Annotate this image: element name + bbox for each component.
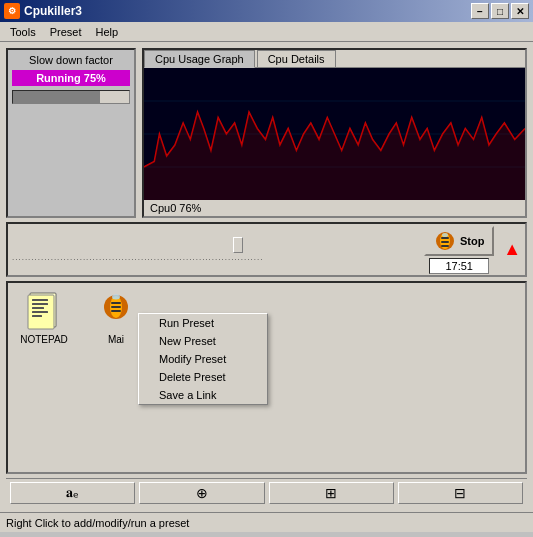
minimize-button[interactable]: − (471, 3, 489, 19)
percent-bar-fill (13, 91, 100, 103)
toolbar-icon-3: ⊞ (325, 485, 337, 501)
slider-dots: ········································… (12, 255, 413, 264)
notepad-icon-item[interactable]: NOTEPAD (16, 291, 72, 346)
svg-rect-9 (441, 245, 449, 247)
menu-bar: Tools Preset Help (0, 22, 533, 42)
menu-tools[interactable]: Tools (4, 24, 42, 40)
bottom-toolbar: 𝐚ₑ ⊕ ⊞ ⊟ (6, 478, 527, 506)
context-menu-delete-preset[interactable]: Delete Preset (139, 368, 267, 386)
status-bar: Right Click to add/modify/run a preset (0, 512, 533, 532)
context-menu-modify-preset[interactable]: Modify Preset (139, 350, 267, 368)
cpu-tabs: Cpu Usage Graph Cpu Details (144, 50, 525, 68)
svg-rect-20 (111, 302, 121, 304)
notepad-icon (24, 291, 64, 331)
menu-preset[interactable]: Preset (44, 24, 88, 40)
status-text: Right Click to add/modify/run a preset (6, 517, 189, 529)
svg-rect-16 (32, 311, 48, 313)
menu-help[interactable]: Help (89, 24, 124, 40)
context-menu-save-link[interactable]: Save a Link (139, 386, 267, 404)
toolbar-icon-1: 𝐚ₑ (66, 484, 79, 501)
cpu-graph (144, 68, 525, 200)
slider-section: ········································… (6, 222, 527, 277)
title-bar: ⚙ Cpukiller3 − □ ✕ (0, 0, 533, 22)
svg-rect-8 (441, 241, 449, 243)
slowdown-panel: Slow down factor Running 75% (6, 48, 136, 218)
svg-rect-21 (111, 306, 121, 308)
cpu-label: Cpu0 76% (144, 200, 525, 216)
running-bar: Running 75% (12, 70, 130, 86)
slider-thumb[interactable] (233, 237, 243, 253)
svg-rect-7 (441, 237, 449, 239)
maximize-button[interactable]: □ (491, 3, 509, 19)
top-section: Slow down factor Running 75% Cpu Usage G… (6, 48, 527, 218)
svg-rect-13 (32, 299, 48, 301)
stop-label: Stop (460, 235, 484, 247)
arrow-up-icon: ▲ (503, 239, 521, 260)
window-title: Cpukiller3 (24, 4, 82, 18)
svg-point-10 (442, 233, 448, 237)
main-content: Slow down factor Running 75% Cpu Usage G… (0, 42, 533, 512)
mai-label: Mai (106, 333, 126, 346)
title-controls: − □ ✕ (471, 3, 529, 19)
svg-rect-14 (32, 303, 48, 305)
svg-rect-17 (32, 315, 42, 317)
app-icon: ⚙ (4, 3, 20, 19)
toolbar-icon-2: ⊕ (196, 485, 208, 501)
tab-cpu-usage-graph[interactable]: Cpu Usage Graph (144, 50, 255, 68)
toolbar-btn-3[interactable]: ⊞ (269, 482, 394, 504)
stop-button[interactable]: Stop (424, 226, 494, 256)
svg-rect-22 (111, 310, 121, 312)
toolbar-btn-2[interactable]: ⊕ (139, 482, 264, 504)
tab-cpu-details[interactable]: Cpu Details (257, 50, 336, 67)
context-menu: Run Preset New Preset Modify Preset Dele… (138, 313, 268, 405)
svg-point-23 (112, 295, 120, 300)
slowdown-title: Slow down factor (29, 54, 113, 66)
toolbar-btn-1[interactable]: 𝐚ₑ (10, 482, 135, 504)
close-button[interactable]: ✕ (511, 3, 529, 19)
toolbar-btn-4[interactable]: ⊟ (398, 482, 523, 504)
toolbar-icon-4: ⊟ (454, 485, 466, 501)
mai-icon (96, 291, 136, 331)
percent-bar-container (12, 90, 130, 104)
time-display: 17:51 (429, 258, 489, 274)
cpu-graph-svg (144, 68, 525, 200)
stop-icon (434, 230, 456, 252)
desktop-area: NOTEPAD Mai Run Preset New Preset Modify… (6, 281, 527, 474)
stop-panel: Stop 17:51 (419, 226, 499, 274)
context-menu-run-preset[interactable]: Run Preset (139, 314, 267, 332)
mai-icon-item[interactable]: Mai (88, 291, 144, 346)
context-menu-new-preset[interactable]: New Preset (139, 332, 267, 350)
svg-rect-15 (32, 307, 44, 309)
cpu-panel: Cpu Usage Graph Cpu Details Cpu0 76% (142, 48, 527, 218)
notepad-label: NOTEPAD (18, 333, 70, 346)
